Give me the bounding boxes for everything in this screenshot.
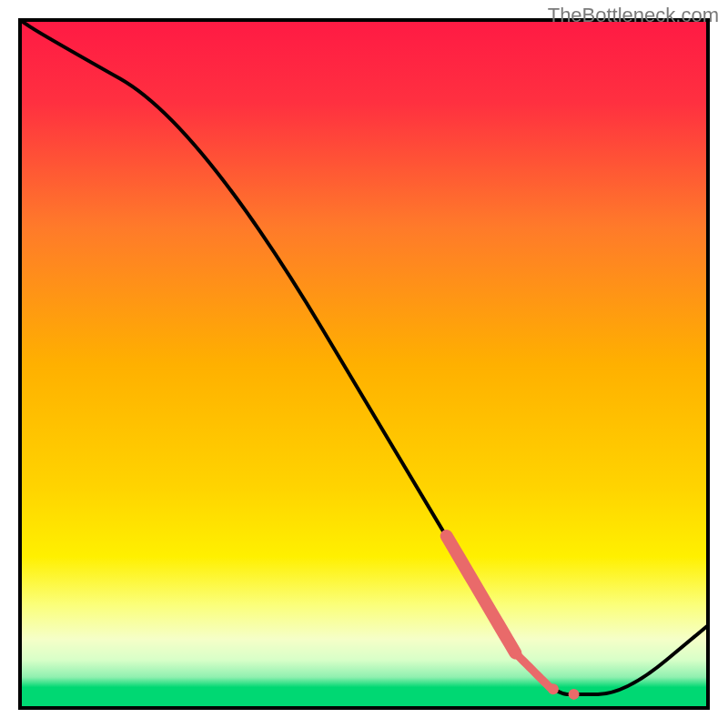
plot-area bbox=[20, 20, 708, 708]
watermark-text: TheBottleneck.com bbox=[548, 4, 719, 27]
highlight-dot bbox=[569, 689, 580, 700]
gradient-background bbox=[20, 20, 708, 708]
chart-svg bbox=[0, 0, 728, 728]
chart-container: { "watermark": "TheBottleneck.com", "cha… bbox=[0, 0, 728, 728]
highlight-dot bbox=[548, 683, 559, 694]
